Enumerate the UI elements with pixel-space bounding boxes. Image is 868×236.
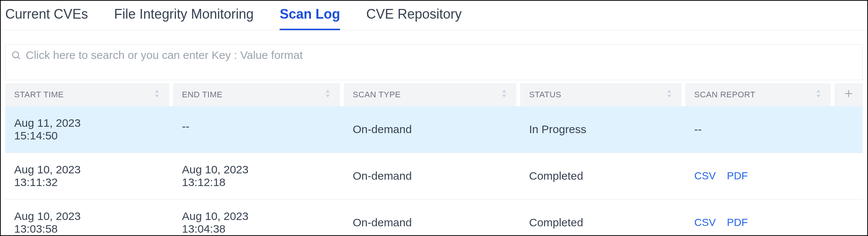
table-row[interactable]: Aug 10, 2023 13:03:58 Aug 10, 2023 13:04…	[5, 199, 863, 236]
cell-start-time: Aug 10, 2023 13:11:32	[5, 153, 169, 199]
sort-icon[interactable]	[815, 89, 822, 100]
cell-end-time: Aug 10, 2023 13:12:18	[173, 153, 340, 199]
download-csv-link[interactable]: CSV	[694, 170, 716, 182]
cell-spacer	[842, 106, 863, 152]
download-pdf-link[interactable]: PDF	[727, 170, 748, 182]
download-csv-link[interactable]: CSV	[694, 217, 716, 229]
cell-scan-report: --	[685, 106, 838, 152]
tab-scan-log[interactable]: Scan Log	[280, 6, 340, 30]
cell-scan-report: CSV PDF	[685, 199, 838, 236]
sort-icon[interactable]	[324, 89, 331, 100]
sort-icon[interactable]	[666, 89, 673, 100]
sort-icon[interactable]	[501, 89, 507, 100]
svg-line-1	[18, 57, 20, 59]
search-icon	[11, 48, 21, 62]
cell-spacer	[842, 199, 863, 236]
report-links: CSV PDF	[694, 170, 748, 182]
report-links: CSV PDF	[694, 217, 748, 229]
cell-start-time: Aug 11, 2023 15:14:50	[5, 106, 169, 152]
tab-file-integrity-monitoring[interactable]: File Integrity Monitoring	[114, 6, 254, 30]
header-label: END TIME	[182, 90, 223, 100]
cell-text: Completed	[529, 216, 583, 229]
cell-text: Aug 10, 2023	[14, 210, 160, 223]
col-header-status[interactable]: STATUS	[520, 83, 682, 106]
cell-text: In Progress	[529, 123, 586, 136]
cell-scan-type: On-demand	[344, 199, 516, 236]
cell-text: --	[182, 120, 331, 133]
cell-text: 13:11:32	[14, 176, 160, 189]
cell-end-time: Aug 10, 2023 13:04:38	[173, 199, 340, 236]
table-header-row: START TIME END TIME SCAN TYPE STATUS SCA…	[5, 83, 863, 106]
cell-text: Aug 10, 2023	[182, 163, 331, 176]
tab-current-cves[interactable]: Current CVEs	[5, 6, 88, 30]
header-label: START TIME	[14, 90, 64, 100]
cell-start-time: Aug 10, 2023 13:03:58	[5, 199, 169, 236]
col-header-scan-report[interactable]: SCAN REPORT	[685, 83, 831, 106]
cell-text: 15:14:50	[14, 129, 160, 142]
cell-scan-report: CSV PDF	[685, 153, 838, 199]
sort-icon[interactable]	[154, 89, 160, 100]
search-input[interactable]	[26, 48, 857, 77]
cell-text: Aug 10, 2023	[14, 163, 160, 176]
cell-status: Completed	[520, 153, 682, 199]
cell-text: On-demand	[353, 170, 412, 182]
cell-scan-type: On-demand	[344, 106, 516, 152]
col-header-end-time[interactable]: END TIME	[173, 83, 340, 106]
plus-icon	[843, 88, 854, 101]
tab-cve-repository[interactable]: CVE Repository	[366, 6, 462, 30]
table-body: Aug 11, 2023 15:14:50 -- On-demand In Pr…	[5, 106, 863, 236]
cell-text: Completed	[529, 170, 583, 182]
table-row[interactable]: Aug 10, 2023 13:11:32 Aug 10, 2023 13:12…	[5, 153, 863, 199]
col-header-start-time[interactable]: START TIME	[5, 83, 169, 106]
cell-end-time: --	[173, 106, 340, 152]
cell-text: --	[694, 123, 702, 136]
cell-status: In Progress	[520, 106, 682, 152]
cell-text: Aug 11, 2023	[14, 117, 160, 129]
cell-text: On-demand	[353, 123, 412, 136]
cell-text: 13:12:18	[182, 176, 331, 189]
scan-log-table: START TIME END TIME SCAN TYPE STATUS SCA…	[5, 83, 863, 236]
cell-spacer	[842, 153, 863, 199]
add-column-button[interactable]	[834, 83, 863, 106]
header-label: STATUS	[529, 90, 562, 100]
svg-point-0	[13, 52, 19, 58]
header-label: SCAN REPORT	[694, 90, 755, 100]
cell-status: Completed	[520, 199, 682, 236]
cell-text: On-demand	[353, 216, 412, 229]
cell-text: 13:04:38	[182, 223, 331, 235]
cell-text: Aug 10, 2023	[182, 210, 331, 223]
tabs-bar: Current CVEs File Integrity Monitoring S…	[1, 1, 867, 30]
header-label: SCAN TYPE	[353, 90, 401, 100]
download-pdf-link[interactable]: PDF	[727, 217, 748, 229]
col-header-scan-type[interactable]: SCAN TYPE	[344, 83, 516, 106]
table-row[interactable]: Aug 11, 2023 15:14:50 -- On-demand In Pr…	[5, 106, 863, 153]
cell-text: 13:03:58	[14, 223, 160, 235]
search-bar	[5, 44, 863, 80]
cell-scan-type: On-demand	[344, 153, 516, 199]
